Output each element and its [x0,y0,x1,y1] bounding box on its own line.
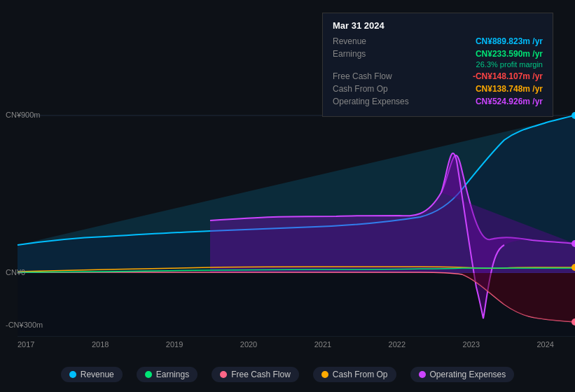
tooltip-fcf-row: Free Cash Flow -CN¥148.107m /yr [333,71,543,81]
y-label-top: CN¥900m [6,111,41,119]
tooltip-earnings-row: Earnings CN¥233.590m /yr [333,49,543,59]
legend-fcf[interactable]: Free Cash Flow [212,367,299,382]
tooltip-revenue-label: Revenue [333,36,366,46]
legend-opex-label: Operating Expenses [430,370,506,379]
legend-opex-dot [419,371,426,378]
data-tooltip: Mar 31 2024 Revenue CN¥889.823m /yr Earn… [322,13,553,117]
legend-revenue-label: Revenue [81,370,114,379]
legend-earnings-dot [145,371,152,378]
tooltip-earnings-value: CN¥233.590m /yr [476,49,543,59]
tooltip-date: Mar 31 2024 [333,20,543,31]
tooltip-cashop-label: Cash From Op [333,84,388,94]
tooltip-opex-value: CN¥524.926m /yr [476,97,543,106]
legend-revenue-dot [69,371,76,378]
tooltip-revenue-value: CN¥889.823m /yr [476,36,543,46]
x-label-2019: 2019 [166,340,183,349]
tooltip-earnings-label: Earnings [333,49,366,59]
x-label-2018: 2018 [92,340,109,349]
x-axis-labels: 2017 2018 2019 2020 2021 2022 2023 2024 [0,340,575,349]
x-label-2022: 2022 [389,340,406,349]
legend-fcf-dot [220,371,227,378]
x-label-2021: 2021 [314,340,331,349]
legend-earnings[interactable]: Earnings [137,367,198,382]
tooltip-margin: 26.3% profit margin [333,60,543,69]
tooltip-cashop-value: CN¥138.748m /yr [476,84,543,94]
legend-cashop-label: Cash From Op [333,370,388,379]
tooltip-revenue-row: Revenue CN¥889.823m /yr [333,36,543,46]
x-label-2020: 2020 [240,340,257,349]
tooltip-fcf-value: -CN¥148.107m /yr [473,71,543,81]
x-label-2017: 2017 [18,340,34,349]
tooltip-fcf-label: Free Cash Flow [333,71,392,81]
y-label-bottom: -CN¥300m [6,321,43,329]
tooltip-opex-label: Operating Expenses [333,97,409,106]
x-label-2023: 2023 [463,340,480,349]
y-label-mid: CN¥0 [6,268,25,276]
legend-earnings-label: Earnings [156,370,189,379]
legend-revenue[interactable]: Revenue [61,367,123,382]
chart-legend: Revenue Earnings Free Cash Flow Cash Fro… [0,367,575,382]
legend-fcf-label: Free Cash Flow [231,370,291,379]
tooltip-opex-row: Operating Expenses CN¥524.926m /yr [333,97,543,106]
x-label-2024: 2024 [536,340,553,349]
tooltip-cashop-row: Cash From Op CN¥138.748m /yr [333,84,543,94]
legend-opex[interactable]: Operating Expenses [410,367,515,382]
legend-cashop-dot [321,371,328,378]
legend-cashop[interactable]: Cash From Op [313,367,396,382]
